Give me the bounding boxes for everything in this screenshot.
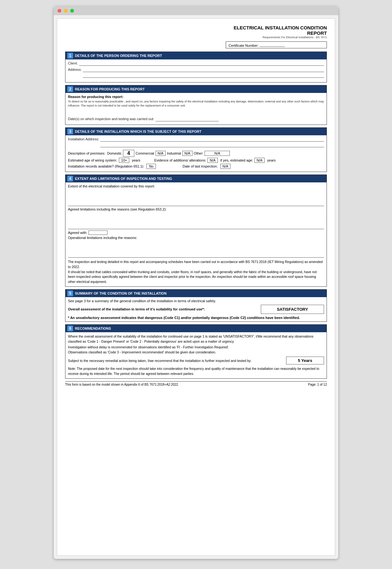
warning-text: * An unsatisfactory assessment indicates… — [68, 316, 324, 320]
age-label: Estimated age of wiring system: — [68, 158, 117, 162]
section-3-num: 3 — [67, 129, 73, 134]
section-4-num: 4 — [67, 176, 73, 181]
rec-text1: Where the overall assessment of the suit… — [68, 334, 324, 344]
records-value: No — [146, 164, 156, 169]
minimize-dot[interactable] — [64, 9, 68, 13]
if-yes-value: N/A — [254, 158, 265, 163]
section-4: 4 EXTENT AND LIMITATIONS OF INSPECTION A… — [65, 174, 327, 287]
years-row: Subject to the necessary remedial action… — [68, 357, 324, 364]
report-subtitle: Requirements For Electrical Installation… — [65, 36, 327, 39]
report-title-line1: ELECTRICAL INSTALLATION CONDITION — [65, 25, 327, 30]
section-4-title: EXTENT AND LIMITATIONS OF INSPECTION AND… — [75, 177, 172, 180]
other-label: Other: — [194, 151, 204, 155]
rec-text3: Observations classified as 'Code 3 - Imp… — [68, 350, 324, 354]
section-2-title: REASON FOR PRODUCING THIS REPORT — [75, 87, 145, 91]
date-value[interactable] — [156, 117, 219, 121]
section-5-body: See page 3 for a summary of the general … — [65, 297, 327, 321]
cert-value[interactable] — [260, 42, 285, 47]
section-1-num: 1 — [67, 53, 73, 58]
section-1: 1 DETAILS OF THE PERSON ORDERING THE REP… — [65, 52, 327, 83]
page-content: ELECTRICAL INSTALLATION CONDITION REPORT… — [57, 18, 335, 556]
address-line1[interactable] — [83, 68, 324, 72]
section-6: 6 RECOMMENDATIONS Where the overall asse… — [65, 324, 327, 379]
install-address-fields — [100, 137, 324, 149]
section-2-num: 2 — [67, 86, 73, 92]
footer-left: This form is based on the model shown in… — [65, 383, 179, 386]
last-inspection-label: Date of last inspection: — [182, 164, 217, 168]
records-label: Installation records available? (Regulat… — [68, 164, 143, 168]
cert-label: Certificate Number: — [229, 44, 259, 47]
section-5: 5 SUMMARY OF THE CONDITION OF THE INSTAL… — [65, 289, 327, 322]
limitations-label: Agreed limitations including the reasons… — [68, 207, 324, 211]
page-header: ELECTRICAL INSTALLATION CONDITION REPORT… — [65, 25, 327, 39]
operational-label: Operational limitations including the re… — [68, 236, 324, 240]
reason-label: Reason for producing this report: — [68, 95, 324, 99]
section-2-header: 2 REASON FOR PRODUCING THIS REPORT — [65, 85, 327, 93]
section-4-header: 4 EXTENT AND LIMITATIONS OF INSPECTION A… — [65, 175, 327, 182]
if-yes-label: if yes, estimated age: — [220, 158, 253, 162]
address-line2[interactable] — [83, 73, 324, 78]
maximize-dot[interactable] — [70, 9, 74, 13]
if-yes-unit: years — [267, 158, 276, 162]
records-row: Installation records available? (Regulat… — [68, 164, 324, 169]
see-page-text: See page 3 for a summary of the general … — [68, 299, 324, 303]
compliance-text: The inspection and testing detailed in t… — [68, 260, 324, 284]
cert-number-row: Certificate Number: — [65, 41, 327, 48]
age-value: 10+ — [119, 158, 129, 163]
install-address-row: Installation Address: — [68, 137, 324, 149]
reason-text: To detect so far as is reasonably practi… — [68, 100, 324, 107]
agreed-with-label: Agreed with: — [68, 231, 87, 235]
overall-row: Overall assessment of the installation i… — [68, 305, 324, 314]
client-label: Client: — [68, 61, 78, 65]
premises-row: Description of premises: Domestic 4 Comm… — [68, 150, 324, 157]
extent-label: Extent of the electrical installation co… — [68, 184, 324, 188]
report-title-line2: REPORT — [65, 30, 327, 36]
other-value: N/A — [205, 151, 230, 156]
desc-premises-label: Description of premises: — [68, 151, 105, 155]
age-unit: years — [132, 158, 140, 162]
evidence-label: Evidence of additions/ alterations: — [154, 158, 206, 162]
age-row: Estimated age of wiring system: 10+ year… — [68, 158, 324, 163]
commercial-value: N/A — [156, 151, 166, 156]
install-addr-line1[interactable] — [100, 137, 324, 142]
domestic-label: Domestic — [107, 151, 122, 155]
section-5-num: 5 — [67, 291, 73, 296]
evidence-value: N/A — [207, 158, 217, 163]
satisfactory-box: SATISFACTORY — [261, 305, 324, 314]
rec-text2: Investigation without delay is recommend… — [68, 345, 324, 349]
domestic-value: 4 — [123, 150, 134, 157]
section-6-title: RECOMMENDATIONS — [75, 327, 111, 330]
operational-value[interactable] — [68, 240, 324, 258]
date-row: Date(s) on which inspection and testing … — [68, 117, 324, 121]
install-address-label: Installation Address: — [68, 137, 99, 141]
date-label: Date(s) on which inspection and testing … — [68, 117, 154, 121]
agreed-with-row: Agreed with: — [68, 230, 324, 235]
extent-value[interactable] — [68, 189, 324, 206]
overall-label: Overall assessment of the installation i… — [68, 307, 261, 311]
section-1-body: Client: Address: — [65, 59, 327, 82]
window: ELECTRICAL INSTALLATION CONDITION REPORT… — [54, 6, 338, 559]
section-6-body: Where the overall assessment of the suit… — [65, 332, 327, 378]
section-3-header: 3 DETAILS OF THE INSTALLATION WHICH IS T… — [65, 128, 327, 135]
close-dot[interactable] — [58, 9, 61, 13]
footer-right: Page: 1 of 12 — [308, 383, 327, 386]
install-addr-line2[interactable] — [100, 143, 324, 147]
limitations-value[interactable] — [68, 212, 324, 229]
industrial-value: N/A — [182, 151, 193, 156]
agreed-with-value[interactable] — [89, 230, 107, 235]
section-4-body: Extent of the electrical installation co… — [65, 182, 327, 286]
section-1-header: 1 DETAILS OF THE PERSON ORDERING THE REP… — [65, 52, 327, 59]
section-3-title: DETAILS OF THE INSTALLATION WHICH IS THE… — [75, 130, 201, 133]
last-inspection-value: N/A — [220, 164, 230, 169]
subject-text: Subject to the necessary remedial action… — [68, 359, 280, 363]
cert-number-box: Certificate Number: — [226, 41, 327, 48]
section-1-title: DETAILS OF THE PERSON ORDERING THE REPOR… — [75, 54, 162, 58]
years-value: 5 Years — [286, 357, 324, 364]
section-6-num: 6 — [67, 326, 73, 331]
section-2-body: Reason for producing this report: To det… — [65, 93, 327, 125]
section-3: 3 DETAILS OF THE INSTALLATION WHICH IS T… — [65, 127, 327, 172]
address-row: Address: — [68, 68, 324, 79]
client-value[interactable] — [79, 61, 324, 66]
titlebar — [54, 6, 338, 15]
address-label: Address: — [68, 68, 82, 71]
